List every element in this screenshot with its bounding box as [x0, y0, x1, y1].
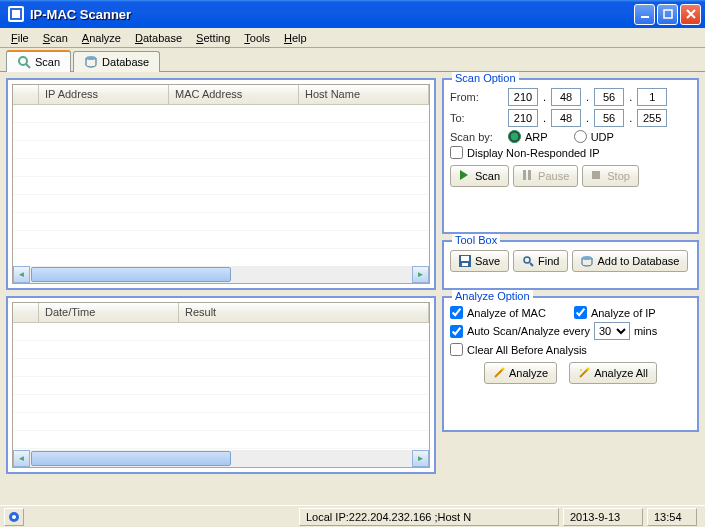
scan-results-grid[interactable]: IP Address MAC Address Host Name ◄ ► — [12, 84, 430, 284]
scanby-label: Scan by: — [450, 131, 504, 143]
scroll-left-arrow-2[interactable]: ◄ — [13, 450, 30, 467]
tab-database-label: Database — [102, 56, 149, 68]
from-ip-1[interactable] — [508, 88, 538, 106]
titlebar: IP-MAC Scanner — [0, 0, 705, 28]
tabstrip: Scan Database — [0, 48, 705, 72]
wand-icon — [493, 367, 505, 379]
scroll-right-arrow-2[interactable]: ► — [412, 450, 429, 467]
arp-label: ARP — [525, 131, 548, 143]
col-blank2[interactable] — [13, 303, 39, 322]
col-mac[interactable]: MAC Address — [169, 85, 299, 104]
stop-button[interactable]: Stop — [582, 165, 639, 187]
play-icon — [459, 170, 471, 182]
col-host[interactable]: Host Name — [299, 85, 429, 104]
scan-option-group: Scan Option From: . . . To: . . . Scan b… — [442, 78, 699, 234]
auto-scan-pre-label: Auto Scan/Analyze every — [467, 325, 590, 337]
to-ip-1[interactable] — [508, 109, 538, 127]
scroll-thumb-2[interactable] — [31, 451, 231, 466]
col-result[interactable]: Result — [179, 303, 429, 322]
col-ip[interactable]: IP Address — [39, 85, 169, 104]
pause-icon — [522, 170, 534, 182]
menu-scan[interactable]: Scan — [36, 30, 75, 46]
menu-file[interactable]: File — [4, 30, 36, 46]
svg-rect-12 — [462, 263, 468, 266]
menu-analyze[interactable]: Analyze — [75, 30, 128, 46]
checkbox-display-nr[interactable] — [450, 146, 463, 159]
svg-rect-3 — [664, 10, 672, 18]
from-label: From: — [450, 91, 504, 103]
status-local-ip: Local IP:222.204.232.166 ;Host N — [299, 508, 559, 526]
from-ip-3[interactable] — [594, 88, 624, 106]
status-icon — [4, 508, 24, 526]
svg-point-20 — [12, 515, 16, 519]
interval-select[interactable]: 30 — [594, 322, 630, 340]
toolbox-group: Tool Box Save Find Add to Database — [442, 240, 699, 290]
menu-setting[interactable]: Setting — [189, 30, 237, 46]
checkbox-analyze-mac[interactable] — [450, 306, 463, 319]
save-icon — [459, 255, 471, 267]
menu-database[interactable]: Database — [128, 30, 189, 46]
menu-tools[interactable]: Tools — [237, 30, 277, 46]
scroll-right-arrow[interactable]: ► — [412, 266, 429, 283]
to-label: To: — [450, 112, 504, 124]
minimize-button[interactable] — [634, 4, 655, 25]
maximize-button[interactable] — [657, 4, 678, 25]
pause-button[interactable]: Pause — [513, 165, 578, 187]
scan-grid-hscroll[interactable]: ◄ ► — [13, 266, 429, 283]
analyze-all-button[interactable]: Analyze All — [569, 362, 657, 384]
svg-rect-9 — [592, 171, 600, 179]
find-icon — [522, 255, 534, 267]
scan-tab-icon — [17, 55, 31, 69]
scan-button[interactable]: Scan — [450, 165, 509, 187]
analyze-mac-label: Analyze of MAC — [467, 307, 546, 319]
to-ip-2[interactable] — [551, 109, 581, 127]
to-ip-3[interactable] — [594, 109, 624, 127]
menu-help[interactable]: Help — [277, 30, 314, 46]
svg-point-6 — [86, 56, 96, 60]
scan-grid-body[interactable] — [13, 105, 429, 266]
save-button[interactable]: Save — [450, 250, 509, 272]
svg-rect-8 — [528, 170, 531, 180]
analyze-grid-hscroll[interactable]: ◄ ► — [13, 450, 429, 467]
scroll-thumb[interactable] — [31, 267, 231, 282]
analyze-option-group: Analyze Option Analyze of MAC Analyze of… — [442, 296, 699, 432]
display-nr-label: Display Non-Responded IP — [467, 147, 600, 159]
checkbox-analyze-ip[interactable] — [574, 306, 587, 319]
tab-database[interactable]: Database — [73, 51, 160, 72]
statusbar: Local IP:222.204.232.166 ;Host N 2013-9-… — [0, 505, 705, 527]
analyze-grid-body[interactable] — [13, 323, 429, 450]
col-blank[interactable] — [13, 85, 39, 104]
analyze-results-grid[interactable]: Date/Time Result ◄ ► — [12, 302, 430, 468]
from-ip-4[interactable] — [637, 88, 667, 106]
add-to-db-button[interactable]: Add to Database — [572, 250, 688, 272]
svg-point-15 — [582, 256, 592, 260]
clear-all-label: Clear All Before Analysis — [467, 344, 587, 356]
svg-point-13 — [524, 257, 530, 263]
wand-all-icon — [578, 367, 590, 379]
database-tab-icon — [84, 55, 98, 69]
find-button[interactable]: Find — [513, 250, 568, 272]
status-time: 13:54 — [647, 508, 697, 526]
checkbox-clear-all[interactable] — [450, 343, 463, 356]
analyze-option-legend: Analyze Option — [452, 290, 533, 302]
tab-scan-label: Scan — [35, 56, 60, 68]
radio-arp[interactable] — [508, 130, 521, 143]
svg-point-17 — [587, 368, 590, 371]
scroll-left-arrow[interactable]: ◄ — [13, 266, 30, 283]
window-title: IP-MAC Scanner — [28, 7, 632, 22]
to-ip-4[interactable] — [637, 109, 667, 127]
checkbox-auto-scan[interactable] — [450, 325, 463, 338]
analyze-results-panel: Date/Time Result ◄ ► — [6, 296, 436, 474]
svg-rect-7 — [523, 170, 526, 180]
svg-line-14 — [530, 263, 533, 266]
svg-point-16 — [502, 368, 505, 371]
tab-scan[interactable]: Scan — [6, 50, 71, 72]
analyze-button[interactable]: Analyze — [484, 362, 557, 384]
menubar: File Scan Analyze Database Setting Tools… — [0, 28, 705, 48]
close-button[interactable] — [680, 4, 701, 25]
radio-udp[interactable] — [574, 130, 587, 143]
col-time[interactable]: Date/Time — [39, 303, 179, 322]
svg-rect-1 — [12, 10, 20, 18]
from-ip-2[interactable] — [551, 88, 581, 106]
scan-grid-header: IP Address MAC Address Host Name — [13, 85, 429, 105]
